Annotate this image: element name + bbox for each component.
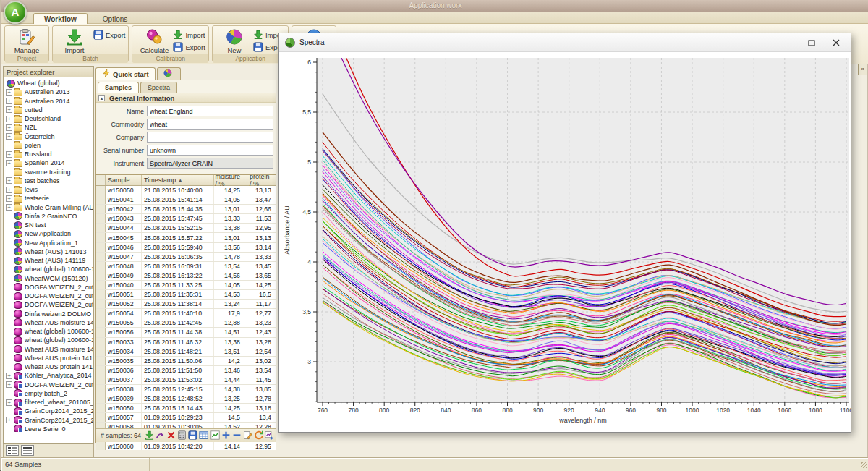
table-row[interactable]: w15003325.08.2015 11:46:3213,3813,28 bbox=[96, 338, 276, 347]
add-button[interactable] bbox=[221, 430, 231, 441]
table-row[interactable]: w15005021.08.2015 10:40:0014,2513,13 bbox=[96, 186, 276, 195]
tree-item[interactable]: +Australien 2014 bbox=[4, 97, 93, 106]
tree-item[interactable]: +DOGFA WEIZEN_2_cut_1 bbox=[4, 381, 93, 389]
expand-toggle[interactable]: + bbox=[6, 187, 12, 193]
tree-item[interactable]: GrainCorp2014_2015_20... bbox=[4, 407, 93, 415]
table-row[interactable]: w15004225.08.2015 15:44:3513,0112,66 bbox=[96, 205, 276, 214]
tree-item[interactable]: Wheat AUS protein 141009 bbox=[4, 362, 93, 371]
import-button[interactable]: Import bbox=[56, 27, 93, 54]
expand-toggle[interactable]: + bbox=[6, 106, 12, 113]
row-selector[interactable] bbox=[96, 309, 106, 318]
view-tab-samples[interactable]: Samples bbox=[98, 82, 139, 93]
expand-toggle[interactable]: + bbox=[6, 160, 12, 166]
expand-toggle[interactable]: + bbox=[6, 177, 12, 184]
tree-item[interactable]: empty batch_2 bbox=[4, 389, 93, 398]
tree-item[interactable]: +testserie bbox=[4, 194, 93, 203]
tree-item[interactable]: +levis bbox=[4, 185, 93, 194]
expand-toggle[interactable]: + bbox=[6, 116, 12, 122]
table-row[interactable]: w15004625.08.2015 15:59:4013,5613,14 bbox=[96, 243, 276, 253]
row-selector[interactable] bbox=[96, 385, 106, 394]
tree-item[interactable]: +Spanien 2014 bbox=[4, 158, 93, 167]
tree-item[interactable]: +filtered_wheat_201005_... bbox=[4, 398, 93, 407]
expand-toggle[interactable]: + bbox=[6, 204, 12, 211]
ribbon-tab-workflow[interactable]: Workflow bbox=[33, 13, 88, 25]
table-row[interactable]: w15004825.08.2015 16:09:3113,5413,45 bbox=[96, 262, 276, 271]
tree-item[interactable]: Leere Serie_0 bbox=[4, 425, 93, 432]
tree-item[interactable]: +Whole Grain Milling (AUS) bbox=[4, 203, 93, 212]
name-field[interactable] bbox=[147, 106, 273, 116]
ribbon-tab-options[interactable]: Options bbox=[92, 13, 138, 25]
table-row[interactable]: w15004525.08.2015 15:57:2213,0113,13 bbox=[96, 233, 276, 242]
refresh-button[interactable] bbox=[254, 430, 264, 441]
tree-item[interactable]: +cutted bbox=[4, 106, 93, 114]
import-small-button[interactable]: Import bbox=[173, 29, 205, 41]
manage-button[interactable]: Manage bbox=[8, 27, 46, 54]
row-selector[interactable] bbox=[96, 347, 106, 356]
tree-item[interactable]: +test batches bbox=[4, 177, 93, 185]
tree-item[interactable]: Wheat AUS moisture 141... bbox=[4, 318, 93, 327]
detail-view-button[interactable] bbox=[6, 445, 19, 456]
row-selector[interactable] bbox=[96, 262, 106, 271]
table-row[interactable]: w15003825.08.2015 12:45:1514,3813,85 bbox=[96, 385, 276, 394]
document-tab-quick-start[interactable]: Quick start bbox=[95, 67, 156, 80]
expand-toggle[interactable]: + bbox=[6, 399, 12, 406]
list-view-button[interactable] bbox=[21, 445, 34, 456]
row-selector[interactable] bbox=[96, 281, 106, 289]
resize-grip[interactable] bbox=[861, 462, 867, 468]
expand-toggle[interactable]: + bbox=[6, 98, 12, 104]
collapse-toggle-icon[interactable]: ▴ bbox=[98, 95, 105, 101]
table-row[interactable]: w15003425.08.2015 11:48:2113,5112,54 bbox=[96, 347, 276, 357]
table-row[interactable]: w15005525.08.2015 11:42:4512,8813,23 bbox=[96, 318, 276, 328]
tree-item[interactable]: DOGFA WEIZEN_2_cut_... bbox=[4, 300, 93, 309]
expand-toggle[interactable]: + bbox=[6, 373, 12, 379]
row-selector[interactable] bbox=[96, 375, 106, 384]
tree-item[interactable]: +Deutschland bbox=[4, 114, 93, 123]
table-row[interactable]: w15004425.08.2015 15:52:1513,3812,95 bbox=[96, 224, 276, 233]
document-tab-spectra-doc[interactable] bbox=[157, 67, 181, 80]
row-selector[interactable] bbox=[96, 290, 106, 299]
tree-item[interactable]: Dinfa weizen2 DOLMO bbox=[4, 310, 93, 318]
column-header-sample[interactable]: Sample bbox=[106, 175, 142, 185]
expand-toggle[interactable]: + bbox=[6, 195, 12, 202]
import-button[interactable] bbox=[144, 430, 154, 441]
row-selector[interactable] bbox=[96, 318, 106, 327]
tree-item[interactable]: WheatWGM (150120) bbox=[4, 274, 93, 283]
tree-item[interactable]: Wheat (AUS) 141013 bbox=[4, 247, 93, 256]
tree-item[interactable]: New Application bbox=[4, 229, 93, 238]
table-row[interactable]: w15003925.08.2015 12:48:5213,2512,78 bbox=[96, 394, 276, 404]
column-header-timestamp[interactable]: Timestamp▲ bbox=[142, 175, 214, 185]
row-selector[interactable] bbox=[96, 394, 106, 403]
row-selector[interactable] bbox=[96, 413, 106, 422]
row-selector[interactable] bbox=[96, 224, 106, 232]
export-chart-button[interactable] bbox=[265, 430, 275, 441]
tree-item[interactable]: Wheat AUS moisture 141... bbox=[4, 345, 93, 354]
spectra-window-titlebar[interactable]: Spectra bbox=[279, 33, 851, 52]
table-row[interactable]: w15004025.08.2015 11:33:2514,0514,25 bbox=[96, 281, 276, 290]
close-window-button[interactable] bbox=[826, 36, 846, 49]
table-row[interactable]: w15005625.08.2015 11:44:3814,5112,43 bbox=[96, 328, 276, 337]
table-row[interactable]: w15006001.09.2015 10:42:2014,1412,95 bbox=[96, 442, 276, 450]
new-button[interactable]: New bbox=[216, 27, 253, 54]
instrument-field[interactable] bbox=[147, 158, 273, 169]
tree-item[interactable]: +NZL bbox=[4, 123, 93, 132]
column-header-protein[interactable]: protein / % bbox=[247, 175, 276, 185]
row-selector[interactable] bbox=[96, 186, 106, 195]
expand-toggle[interactable]: + bbox=[6, 124, 12, 131]
company-field[interactable] bbox=[147, 132, 273, 143]
edit-button[interactable] bbox=[242, 430, 252, 441]
row-selector[interactable] bbox=[96, 243, 106, 252]
tree-item[interactable]: +Köhler_Analytica_2014 bbox=[4, 371, 93, 380]
export-small-button[interactable]: Export bbox=[173, 41, 205, 54]
tree-item[interactable]: +Russland bbox=[4, 150, 93, 158]
merge-button[interactable] bbox=[155, 430, 165, 441]
tree-item[interactable]: wheat (global) 100600-1... bbox=[4, 327, 93, 336]
tree-item[interactable]: SN test bbox=[4, 221, 93, 229]
table-row[interactable]: w15005701.09.2015 10:29:2314,513,4 bbox=[96, 413, 276, 423]
general-information-header[interactable]: ▴ General Information bbox=[96, 93, 276, 103]
collapse-right-panel-button[interactable]: « bbox=[858, 64, 867, 75]
table-row[interactable]: w15004325.08.2015 15:47:4513,3311,53 bbox=[96, 214, 276, 224]
tree-item[interactable]: wheat (global) 100600-1 bbox=[4, 265, 93, 273]
tree-item[interactable]: +GrainCorp2014_2015_20... bbox=[4, 416, 93, 425]
row-selector[interactable] bbox=[96, 214, 106, 223]
row-selector[interactable] bbox=[96, 233, 106, 242]
